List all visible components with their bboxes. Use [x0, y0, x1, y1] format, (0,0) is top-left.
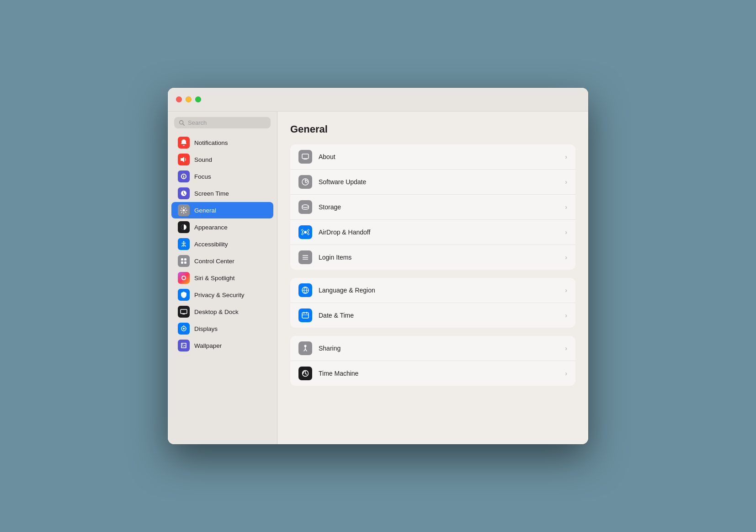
- svg-rect-7: [184, 258, 186, 261]
- sidebar-item-appearance[interactable]: Appearance: [171, 219, 273, 235]
- svg-rect-17: [302, 154, 309, 159]
- svg-rect-9: [184, 261, 186, 264]
- sidebar-label-appearance: Appearance: [194, 224, 228, 231]
- controlcenter-icon: [178, 255, 190, 267]
- settings-icon-timemachine: [298, 367, 312, 380]
- settings-row-sharing[interactable]: Sharing›: [290, 336, 575, 361]
- chevron-right-icon: ›: [565, 178, 567, 186]
- svg-point-0: [180, 120, 183, 124]
- chevron-right-icon: ›: [565, 345, 567, 352]
- search-box[interactable]: Search: [174, 117, 271, 128]
- sidebar-items-list: NotificationsSoundFocusScreen TimeGenera…: [168, 134, 277, 354]
- settings-row-datetime[interactable]: Date & Time›: [290, 303, 575, 328]
- settings-icon-sharing: [298, 341, 312, 355]
- sidebar-label-accessibility: Accessibility: [194, 241, 228, 248]
- settings-row-software[interactable]: Software Update›: [290, 170, 575, 195]
- svg-rect-6: [181, 258, 183, 261]
- displays-icon: [178, 323, 190, 335]
- maximize-button[interactable]: [195, 96, 201, 102]
- settings-icon-airdrop: [298, 225, 312, 239]
- close-button[interactable]: [176, 96, 182, 102]
- settings-icon-datetime: [298, 309, 312, 322]
- sidebar-label-wallpaper: Wallpaper: [194, 342, 222, 349]
- sidebar-item-accessibility[interactable]: Accessibility: [171, 236, 273, 252]
- siri-icon: [178, 272, 190, 284]
- settings-label-language: Language & Region: [319, 287, 559, 294]
- sidebar-item-wallpaper[interactable]: Wallpaper: [171, 337, 273, 354]
- sidebar-label-notifications: Notifications: [194, 139, 228, 146]
- settings-group-group2: Language & Region›Date & Time›: [290, 278, 575, 328]
- desktop-icon: [178, 306, 190, 318]
- search-icon: [179, 120, 185, 126]
- sidebar-item-desktop[interactable]: Desktop & Dock: [171, 303, 273, 320]
- general-icon: [178, 204, 190, 216]
- sidebar-item-general[interactable]: General: [171, 202, 273, 218]
- svg-point-22: [304, 231, 307, 234]
- svg-rect-10: [181, 309, 187, 314]
- settings-label-login: Login Items: [319, 254, 559, 261]
- svg-rect-27: [302, 313, 309, 318]
- sidebar-label-displays: Displays: [194, 325, 218, 332]
- svg-point-5: [183, 241, 185, 243]
- sidebar-label-sound: Sound: [194, 156, 212, 163]
- settings-label-about: About: [319, 153, 559, 160]
- accessibility-icon: [178, 238, 190, 250]
- sidebar-item-notifications[interactable]: Notifications: [171, 134, 273, 151]
- settings-icon-login: [298, 250, 312, 264]
- settings-label-datetime: Date & Time: [319, 312, 559, 319]
- settings-label-timemachine: Time Machine: [319, 370, 559, 377]
- wallpaper-icon: [178, 340, 190, 351]
- chevron-right-icon: ›: [565, 287, 567, 294]
- screentime-icon: [178, 187, 190, 199]
- search-container: Search: [168, 112, 277, 134]
- svg-line-1: [183, 124, 184, 125]
- sidebar: Search NotificationsSoundFocusScreen Tim…: [168, 112, 277, 444]
- sidebar-item-focus[interactable]: Focus: [171, 168, 273, 185]
- notifications-icon: [178, 137, 190, 149]
- sidebar-item-siri[interactable]: Siri & Spotlight: [171, 270, 273, 286]
- sidebar-label-desktop: Desktop & Dock: [194, 309, 239, 315]
- settings-row-login[interactable]: Login Items›: [290, 245, 575, 270]
- chevron-right-icon: ›: [565, 370, 567, 377]
- sidebar-item-displays[interactable]: Displays: [171, 320, 273, 337]
- svg-point-3: [183, 209, 185, 212]
- focus-icon: [178, 170, 190, 182]
- sidebar-item-screentime[interactable]: Screen Time: [171, 185, 273, 202]
- sidebar-label-privacy: Privacy & Security: [194, 292, 245, 298]
- privacy-icon: [178, 289, 190, 301]
- settings-row-storage[interactable]: Storage›: [290, 195, 575, 220]
- settings-icon-storage: [298, 200, 312, 214]
- content-area: Search NotificationsSoundFocusScreen Tim…: [168, 112, 588, 444]
- chevron-right-icon: ›: [565, 203, 567, 211]
- svg-point-16: [182, 344, 183, 345]
- settings-label-software: Software Update: [319, 178, 559, 186]
- system-settings-window: Search NotificationsSoundFocusScreen Tim…: [168, 88, 588, 444]
- main-content: General About›Software Update›Storage›Ai…: [277, 112, 588, 444]
- settings-row-timemachine[interactable]: Time Machine›: [290, 361, 575, 386]
- settings-label-storage: Storage: [319, 203, 559, 211]
- svg-rect-8: [181, 261, 183, 264]
- svg-point-14: [183, 328, 185, 330]
- search-placeholder: Search: [188, 119, 266, 126]
- sidebar-label-controlcenter: Control Center: [194, 258, 234, 265]
- settings-icon-about: [298, 150, 312, 164]
- sidebar-label-siri: Siri & Spotlight: [194, 275, 235, 282]
- sidebar-label-focus: Focus: [194, 173, 211, 180]
- settings-row-about[interactable]: About›: [290, 144, 575, 170]
- svg-point-21: [302, 205, 309, 207]
- sidebar-item-privacy[interactable]: Privacy & Security: [171, 287, 273, 303]
- traffic-lights: [176, 96, 201, 102]
- sound-icon: [178, 154, 190, 165]
- settings-row-airdrop[interactable]: AirDrop & Handoff›: [290, 220, 575, 245]
- sidebar-item-controlcenter[interactable]: Control Center: [171, 253, 273, 269]
- sidebar-item-sound[interactable]: Sound: [171, 151, 273, 168]
- chevron-right-icon: ›: [565, 153, 567, 160]
- minimize-button[interactable]: [186, 96, 192, 102]
- chevron-right-icon: ›: [565, 312, 567, 319]
- chevron-right-icon: ›: [565, 229, 567, 236]
- sidebar-label-general: General: [194, 207, 216, 214]
- settings-groups: About›Software Update›Storage›AirDrop & …: [290, 144, 575, 386]
- svg-marker-2: [181, 157, 184, 162]
- settings-row-language[interactable]: Language & Region›: [290, 278, 575, 303]
- settings-label-airdrop: AirDrop & Handoff: [319, 229, 559, 236]
